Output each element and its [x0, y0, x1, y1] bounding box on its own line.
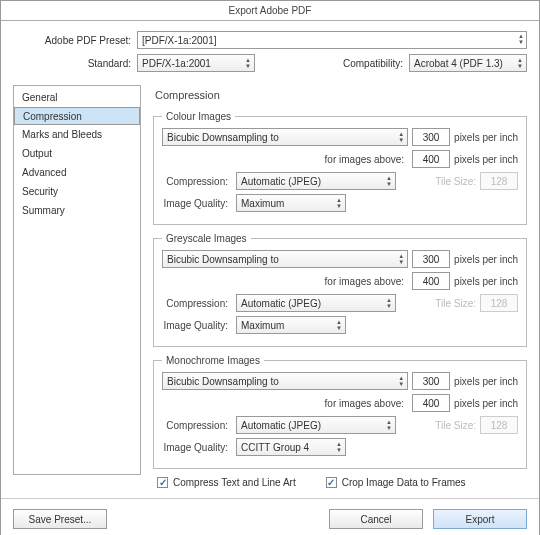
- mono-tile-label: Tile Size:: [435, 420, 476, 431]
- colour-tile-input: 128: [480, 172, 518, 190]
- stepper-icon: ▲▼: [518, 33, 524, 45]
- window-title: Export Adobe PDF: [1, 1, 539, 21]
- mono-legend: Monochrome Images: [162, 355, 264, 366]
- preset-value: [PDF/X-1a:2001]: [142, 35, 216, 46]
- export-button[interactable]: Export: [433, 509, 527, 529]
- mono-downsample-select[interactable]: Bicubic Downsampling to ▲▼: [162, 372, 408, 390]
- sidebar-item-summary[interactable]: Summary: [14, 201, 140, 220]
- stepper-icon: ▲▼: [336, 197, 342, 209]
- stepper-icon: ▲▼: [336, 319, 342, 331]
- colour-iq-select[interactable]: Maximum ▲▼: [236, 194, 346, 212]
- mono-downsample-value: Bicubic Downsampling to: [167, 376, 279, 387]
- check-icon: ✓: [326, 477, 337, 488]
- compat-select[interactable]: Acrobat 4 (PDF 1.3) ▲▼: [409, 54, 527, 72]
- colour-dpi-input[interactable]: 300: [412, 128, 450, 146]
- greyscale-images-group: Greyscale Images Bicubic Downsampling to…: [153, 233, 527, 347]
- sidebar-item-marks-bleeds[interactable]: Marks and Bleeds: [14, 125, 140, 144]
- grey-iq-select[interactable]: Maximum ▲▼: [236, 316, 346, 334]
- compat-value: Acrobat 4 (PDF 1.3): [414, 58, 503, 69]
- mono-iq-value: CCITT Group 4: [241, 442, 309, 453]
- stepper-icon: ▲▼: [398, 375, 404, 387]
- main-panel: Compression Colour Images Bicubic Downsa…: [153, 85, 527, 488]
- colour-for-above-label: for images above:: [325, 154, 409, 165]
- colour-iq-value: Maximum: [241, 198, 284, 209]
- standard-label: Standard:: [13, 58, 137, 69]
- grey-dpi-unit: pixels per inch: [454, 254, 518, 265]
- grey-tile-input: 128: [480, 294, 518, 312]
- compress-text-checkbox[interactable]: ✓ Compress Text and Line Art: [157, 477, 296, 488]
- colour-tile-label: Tile Size:: [435, 176, 476, 187]
- colour-for-above-input[interactable]: 400: [412, 150, 450, 168]
- sidebar-item-advanced[interactable]: Advanced: [14, 163, 140, 182]
- stepper-icon: ▲▼: [517, 57, 523, 69]
- mono-compression-select[interactable]: Automatic (JPEG) ▲▼: [236, 416, 396, 434]
- compat-label: Compatibility:: [343, 58, 409, 69]
- category-sidebar: General Compression Marks and Bleeds Out…: [13, 85, 141, 475]
- stepper-icon: ▲▼: [386, 297, 392, 309]
- grey-for-above-unit: pixels per inch: [454, 276, 518, 287]
- sidebar-item-general[interactable]: General: [14, 88, 140, 107]
- sidebar-item-security[interactable]: Security: [14, 182, 140, 201]
- mono-compression-value: Automatic (JPEG): [241, 420, 321, 431]
- standard-value: PDF/X-1a:2001: [142, 58, 211, 69]
- mono-for-above-label: for images above:: [325, 398, 409, 409]
- grey-tile-label: Tile Size:: [435, 298, 476, 309]
- grey-downsample-value: Bicubic Downsampling to: [167, 254, 279, 265]
- grey-downsample-select[interactable]: Bicubic Downsampling to ▲▼: [162, 250, 408, 268]
- preset-label: Adobe PDF Preset:: [13, 35, 137, 46]
- colour-compression-select[interactable]: Automatic (JPEG) ▲▼: [236, 172, 396, 190]
- grey-legend: Greyscale Images: [162, 233, 251, 244]
- grey-for-above-input[interactable]: 400: [412, 272, 450, 290]
- stepper-icon: ▲▼: [386, 175, 392, 187]
- sidebar-item-output[interactable]: Output: [14, 144, 140, 163]
- colour-for-above-unit: pixels per inch: [454, 154, 518, 165]
- colour-compression-label: Compression:: [162, 176, 232, 187]
- colour-legend: Colour Images: [162, 111, 235, 122]
- cancel-button[interactable]: Cancel: [329, 509, 423, 529]
- crop-image-checkbox[interactable]: ✓ Crop Image Data to Frames: [326, 477, 466, 488]
- mono-dpi-input[interactable]: 300: [412, 372, 450, 390]
- mono-compression-label: Compression:: [162, 420, 232, 431]
- grey-compression-select[interactable]: Automatic (JPEG) ▲▼: [236, 294, 396, 312]
- stepper-icon: ▲▼: [398, 253, 404, 265]
- mono-iq-select[interactable]: CCITT Group 4 ▲▼: [236, 438, 346, 456]
- colour-downsample-value: Bicubic Downsampling to: [167, 132, 279, 143]
- mono-dpi-unit: pixels per inch: [454, 376, 518, 387]
- stepper-icon: ▲▼: [386, 419, 392, 431]
- compress-text-label: Compress Text and Line Art: [173, 477, 296, 488]
- mono-tile-input: 128: [480, 416, 518, 434]
- panel-heading: Compression: [155, 89, 527, 101]
- colour-iq-label: Image Quality:: [162, 198, 232, 209]
- bottom-bar: Save Preset... Cancel Export: [1, 498, 539, 535]
- grey-for-above-label: for images above:: [325, 276, 409, 287]
- mono-iq-label: Image Quality:: [162, 442, 232, 453]
- crop-image-label: Crop Image Data to Frames: [342, 477, 466, 488]
- colour-compression-value: Automatic (JPEG): [241, 176, 321, 187]
- save-preset-button[interactable]: Save Preset...: [13, 509, 107, 529]
- grey-compression-value: Automatic (JPEG): [241, 298, 321, 309]
- grey-compression-label: Compression:: [162, 298, 232, 309]
- export-pdf-window: Export Adobe PDF Adobe PDF Preset: [PDF/…: [0, 0, 540, 535]
- preset-select[interactable]: [PDF/X-1a:2001] ▲▼: [137, 31, 527, 49]
- mono-for-above-input[interactable]: 400: [412, 394, 450, 412]
- monochrome-images-group: Monochrome Images Bicubic Downsampling t…: [153, 355, 527, 469]
- check-icon: ✓: [157, 477, 168, 488]
- grey-iq-label: Image Quality:: [162, 320, 232, 331]
- sidebar-item-compression[interactable]: Compression: [14, 107, 140, 125]
- colour-downsample-select[interactable]: Bicubic Downsampling to ▲▼: [162, 128, 408, 146]
- stepper-icon: ▲▼: [336, 441, 342, 453]
- stepper-icon: ▲▼: [398, 131, 404, 143]
- colour-dpi-unit: pixels per inch: [454, 132, 518, 143]
- standard-select[interactable]: PDF/X-1a:2001 ▲▼: [137, 54, 255, 72]
- grey-iq-value: Maximum: [241, 320, 284, 331]
- stepper-icon: ▲▼: [245, 57, 251, 69]
- grey-dpi-input[interactable]: 300: [412, 250, 450, 268]
- mono-for-above-unit: pixels per inch: [454, 398, 518, 409]
- colour-images-group: Colour Images Bicubic Downsampling to ▲▼…: [153, 111, 527, 225]
- top-controls: Adobe PDF Preset: [PDF/X-1a:2001] ▲▼ Sta…: [1, 21, 539, 85]
